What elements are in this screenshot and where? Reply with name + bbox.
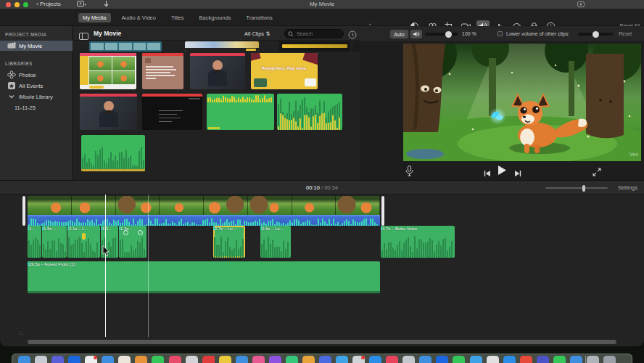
dock-app-icon[interactable]: [402, 356, 415, 363]
media-thumbnail-audio-yellow-top[interactable]: [207, 94, 274, 130]
dock-app-icon[interactable]: [553, 356, 566, 363]
dock-app-icon[interactable]: [386, 356, 398, 363]
sidebar-toggle-icon[interactable]: [79, 30, 88, 43]
media-thumbnail-strip-dark[interactable]: [352, 41, 360, 52]
sound-clip-1-5s[interactable]: 1.5s –...: [42, 226, 67, 258]
dock-app-icon[interactable]: [169, 356, 181, 363]
libraries-header: LIBRARIES: [5, 61, 33, 66]
dock-app-icon[interactable]: [51, 356, 64, 363]
dock-app-icon[interactable]: [603, 356, 616, 363]
media-thumbnail-fox-grid[interactable]: [80, 53, 136, 89]
timeline-scrollbar[interactable]: [28, 340, 616, 344]
media-thumbnail-talking-head[interactable]: [80, 94, 137, 130]
dock-app-icon[interactable]: [152, 356, 164, 363]
media-thumbnail-promo-yellow[interactable]: Prompt less. Play more.: [251, 53, 318, 89]
dock-app-icon[interactable]: [336, 356, 348, 363]
dock-app-icon[interactable]: [35, 356, 47, 363]
dock-app-icon[interactable]: [186, 356, 198, 363]
dock-app-icon[interactable]: [219, 356, 231, 363]
sidebar-item-imovie-library[interactable]: iMovie Library: [0, 91, 73, 102]
dock-app-icon[interactable]: [352, 356, 365, 363]
timeline: 1...1.5s –...2.1s – L...1.2...1.3s...2.7…: [0, 195, 644, 346]
dock-app-icon[interactable]: [470, 356, 482, 363]
video-clip-audio-strip[interactable]: [28, 215, 380, 226]
fullscreen-icon[interactable]: [593, 166, 601, 179]
tab-transitions[interactable]: Transitions: [242, 13, 276, 23]
fade-handle-icon[interactable]: [123, 230, 128, 235]
music-clip-29-5s-forest-frolic-1[interactable]: 29.5s – Forest Frolic (1): [28, 261, 380, 293]
viewer-video[interactable]: Veo: [403, 44, 641, 161]
dock-app-icon[interactable]: [202, 356, 215, 363]
media-thumbnail-strip-frames[interactable]: [89, 41, 162, 52]
mute-button[interactable]: [410, 30, 422, 38]
dock-app-icon[interactable]: [302, 356, 315, 363]
sound-clip-2-1s-l[interactable]: 2.1s – L...: [67, 226, 100, 258]
dock-app-icon[interactable]: [319, 356, 331, 363]
sound-clip-2-6s-lu[interactable]: 2.6s – Lu...: [260, 226, 291, 258]
dock-app-icon[interactable]: [135, 356, 147, 363]
sound-clip-4-7s-bobo-voice[interactable]: 4.7s – Bobo Voice: [381, 226, 455, 258]
dock-app-icon[interactable]: [236, 356, 248, 363]
dock-app-icon[interactable]: [570, 356, 582, 363]
timeline-zoom-knob[interactable]: [582, 185, 585, 192]
clip-edge-handle-right[interactable]: [381, 196, 384, 226]
dock-app-icon[interactable]: [85, 356, 97, 363]
previous-frame-icon[interactable]: [484, 167, 491, 180]
dock-app-icon[interactable]: [503, 356, 516, 363]
sound-clip-1-3s[interactable]: 1.3s...: [119, 226, 146, 258]
media-thumbnail-strip-dark-yellow[interactable]: [279, 41, 350, 52]
tab-audio-video[interactable]: Audio & Video: [117, 13, 160, 23]
reset-volume-button[interactable]: Reset: [619, 31, 632, 36]
sidebar-item-11-11-25[interactable]: 11-11-25: [0, 102, 73, 113]
dock-app-icon[interactable]: [587, 356, 599, 363]
media-thumbnail-document[interactable]: [142, 53, 183, 89]
media-thumbnail-terminal[interactable]: [142, 94, 202, 130]
tab-titles[interactable]: Titles: [167, 13, 189, 23]
search-input[interactable]: [297, 30, 340, 38]
dock-app-icon[interactable]: [537, 356, 549, 363]
recent-clips-icon[interactable]: [348, 29, 357, 42]
next-frame-icon[interactable]: [514, 167, 521, 180]
play-icon[interactable]: [497, 165, 507, 179]
media-thumbnail-talking-head[interactable]: [190, 53, 245, 89]
dock-app-icon[interactable]: [252, 356, 265, 363]
media-thumbnail-audio-wave[interactable]: [81, 135, 145, 171]
sound-clip-2-7s-lu[interactable]: 2.7s – Lu...: [213, 226, 245, 258]
dock-app-icon[interactable]: [102, 356, 114, 363]
sidebar-item-photos[interactable]: Photos: [0, 70, 73, 80]
dock-app-icon[interactable]: [419, 356, 432, 363]
fade-handle-icon[interactable]: [138, 230, 143, 235]
record-indicator-icon[interactable]: [577, 1, 585, 9]
sidebar: PROJECT MEDIA My Movie LIBRARIES PhotosA…: [0, 26, 73, 180]
dock-app-icon[interactable]: [436, 356, 448, 363]
sidebar-item-all-events[interactable]: All Events: [0, 81, 73, 91]
dock-app-icon[interactable]: [118, 356, 131, 363]
dock-app-icon[interactable]: [286, 356, 298, 363]
dock-app-icon[interactable]: [487, 356, 499, 363]
volume-slider-knob[interactable]: [445, 31, 452, 38]
volume-slider[interactable]: [425, 33, 458, 36]
sidebar-item-my-movie[interactable]: My Movie: [0, 41, 73, 51]
lower-volume-checkbox[interactable]: [498, 31, 503, 36]
video-clip-filmstrip[interactable]: [28, 196, 380, 215]
dock-app-icon[interactable]: [68, 356, 80, 363]
dock-app-icon[interactable]: [18, 356, 30, 363]
tab-backgrounds[interactable]: Backgrounds: [195, 13, 236, 23]
tab-my-media[interactable]: My Media: [78, 13, 111, 23]
timeline-settings-button[interactable]: Settings: [618, 184, 637, 191]
auto-volume-button[interactable]: Auto: [390, 30, 408, 38]
dock-app-icon[interactable]: [453, 356, 465, 363]
clips-filter-dropdown[interactable]: All Clips ⇅: [244, 30, 270, 37]
dock-app-icon[interactable]: [369, 356, 381, 363]
playhead-line[interactable]: [105, 195, 106, 337]
media-thumbnail-audio-tall[interactable]: [277, 94, 342, 130]
ducking-slider-knob[interactable]: [593, 31, 599, 38]
clip-edge-handle-left[interactable]: [22, 196, 25, 226]
search-field[interactable]: [284, 29, 344, 38]
dock-app-icon[interactable]: [520, 356, 532, 363]
media-thumbnail-strip-gradient[interactable]: [185, 41, 259, 52]
voiceover-mic-icon[interactable]: [405, 166, 413, 179]
timeline-zoom-slider[interactable]: [545, 187, 608, 189]
sound-clip-1[interactable]: 1...: [28, 226, 41, 258]
dock-app-icon[interactable]: [269, 356, 281, 363]
